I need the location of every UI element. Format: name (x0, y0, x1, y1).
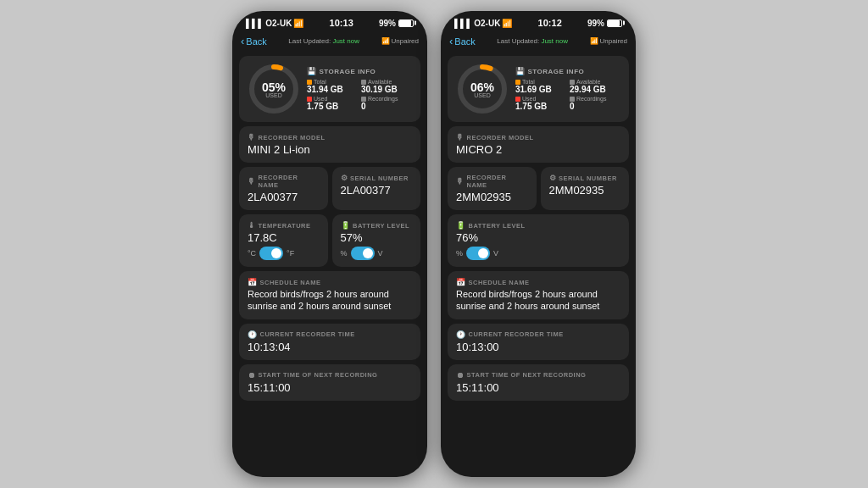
gear-icon-serial-1 (341, 174, 348, 182)
chevron-left-icon-1: ‹ (241, 35, 244, 47)
next-recording-card-2: START TIME OF NEXT RECORDING 15:11:00 (448, 364, 629, 401)
mic-icon-name-2 (456, 177, 465, 186)
last-updated-1: Last Updated: Just now (288, 37, 359, 45)
battery-card-1: BATTERY LEVEL 57% % V (332, 214, 421, 267)
mic-icon-1 (248, 133, 256, 141)
schedule-value-1: Record birds/frogs 2 hours around sunris… (248, 288, 412, 313)
recorder-model-value-1: MINI 2 Li-ion (248, 143, 412, 156)
content-1: 05% USED STORAGE INFO Total 31.94 GB (232, 53, 427, 477)
temp-toggle-1[interactable] (259, 247, 283, 260)
serial-number-card-1: SERIAL NUMBER 2LA00377 (332, 167, 421, 210)
battery-value-2: 76% (456, 231, 620, 244)
total-storage-1: Total 31.94 GB (307, 79, 358, 94)
unpaired-2: Unpaired (590, 37, 627, 45)
storage-card-2: 06% USED STORAGE INFO Total 31.69 GB (448, 56, 629, 122)
name-serial-row-2: RECORDER NAME 2MM02935 SERIAL NUMBER 2MM… (448, 167, 629, 210)
next-recording-card-1: START TIME OF NEXT RECORDING 15:11:00 (239, 364, 420, 401)
recorder-model-card-2: RECORDER MODEL MICRO 2 (448, 126, 629, 163)
storage-info-2: STORAGE INFO Total 31.69 GB Available 29… (515, 67, 620, 111)
storage-grid-1: Total 31.94 GB Available 30.19 GB Used 1… (307, 79, 412, 111)
recorder-name-value-1: 2LA00377 (248, 191, 320, 203)
rec-icon-1 (248, 371, 256, 380)
battery-value-1: 57% (341, 231, 413, 244)
status-bar-2: ▌▌▌ O2-UK 📶 10:12 99% (441, 11, 636, 31)
storage-title-2: STORAGE INFO (515, 67, 620, 75)
mic-icon-name-1 (248, 177, 256, 186)
temp-toggle-row-1: °C °F (248, 247, 320, 260)
battery-toggle-2[interactable] (466, 247, 490, 260)
next-recording-value-2: 15:11:00 (456, 381, 620, 394)
unpaired-icon-2 (590, 37, 598, 45)
used-storage-2: Used 1.75 GB (515, 96, 566, 111)
battery-icon-1 (398, 19, 414, 27)
content-2: 06% USED STORAGE INFO Total 31.69 GB (441, 53, 636, 477)
current-time-card-1: CURRENT RECORDER TIME 10:13:04 (239, 324, 420, 360)
clock-icon-2 (456, 330, 466, 339)
phone-1: ▌▌▌ O2-UK 📶 10:13 99% ‹ Back Last Update… (232, 11, 427, 477)
recordings-storage-2: Recordings 0 (570, 96, 620, 111)
schedule-card-1: SCHEDULE NAME Record birds/frogs 2 hours… (239, 271, 420, 319)
time-1: 10:13 (330, 18, 353, 28)
storage-donut-2: 06% USED (456, 63, 509, 115)
serial-number-value-1: 2LA00377 (341, 184, 413, 197)
gear-icon-serial-2 (549, 174, 557, 182)
current-time-card-2: CURRENT RECORDER TIME 10:13:00 (448, 324, 629, 360)
available-storage-2: Available 29.94 GB (570, 79, 620, 94)
storage-title-1: STORAGE INFO (307, 67, 412, 75)
next-recording-value-1: 15:11:00 (248, 381, 412, 394)
carrier-2: ▌▌▌ O2-UK 📶 (454, 19, 512, 28)
current-time-value-1: 10:13:04 (248, 341, 412, 353)
recorder-model-value-2: MICRO 2 (456, 143, 620, 156)
nav-bar-1: ‹ Back Last Updated: Just now Unpaired (232, 31, 427, 53)
back-button-2[interactable]: ‹ Back (449, 35, 476, 47)
temperature-card-1: TEMPERATURE 17.8C °C °F (239, 214, 328, 267)
temp-battery-row-1: TEMPERATURE 17.8C °C °F BATTERY LEVEL 57… (239, 214, 420, 267)
schedule-card-2: SCHEDULE NAME Record birds/frogs 2 hours… (448, 271, 629, 319)
recorder-name-card-1: RECORDER NAME 2LA00377 (239, 167, 328, 210)
storage-info-1: STORAGE INFO Total 31.94 GB Available 30… (307, 67, 412, 111)
battery-toggle-row-1: % V (341, 247, 413, 260)
storage-grid-2: Total 31.69 GB Available 29.94 GB Used 1… (515, 79, 620, 111)
schedule-value-2: Record birds/frogs 2 hours around sunris… (456, 288, 620, 313)
nav-bar-2: ‹ Back Last Updated: Just now Unpaired (441, 31, 636, 53)
current-time-value-2: 10:13:00 (456, 341, 620, 353)
mic-icon-2 (456, 133, 465, 141)
battery-toggle-1[interactable] (351, 247, 375, 260)
available-storage-1: Available 30.19 GB (361, 79, 412, 94)
temperature-value-1: 17.8C (248, 231, 320, 244)
used-storage-1: Used 1.75 GB (307, 96, 358, 111)
battery-icon-card-2 (456, 221, 466, 230)
unpaired-icon-1 (381, 37, 390, 45)
battery-status-1: 99% (379, 19, 414, 28)
chevron-left-icon-2: ‹ (449, 35, 453, 47)
rec-icon-2 (456, 371, 465, 380)
carrier-1: ▌▌▌ O2-UK 📶 (246, 19, 303, 28)
battery-status-2: 99% (587, 19, 622, 28)
thermometer-icon-1 (248, 221, 256, 230)
calendar-icon-2 (456, 278, 466, 286)
serial-number-value-2: 2MM02935 (549, 184, 621, 197)
clock-icon-1 (248, 330, 258, 339)
storage-card-1: 05% USED STORAGE INFO Total 31.94 GB (239, 56, 420, 122)
back-button-1[interactable]: ‹ Back (241, 35, 267, 47)
recorder-name-card-2: RECORDER NAME 2MM02935 (448, 167, 537, 210)
recorder-model-card-1: RECORDER MODEL MINI 2 Li-ion (239, 126, 420, 163)
battery-icon-card-1 (341, 221, 351, 230)
calendar-icon-1 (248, 278, 258, 286)
name-serial-row-1: RECORDER NAME 2LA00377 SERIAL NUMBER 2LA… (239, 167, 420, 210)
recorder-name-value-2: 2MM02935 (456, 191, 528, 203)
battery-card-2: BATTERY LEVEL 76% % V (448, 214, 629, 267)
phone-2: ▌▌▌ O2-UK 📶 10:12 99% ‹ Back Last Update… (441, 11, 636, 477)
storage-icon-2 (515, 67, 526, 75)
time-2: 10:12 (538, 18, 562, 28)
battery-icon-2 (607, 19, 622, 27)
status-bar-1: ▌▌▌ O2-UK 📶 10:13 99% (232, 11, 427, 31)
last-updated-2: Last Updated: Just now (497, 37, 568, 45)
total-storage-2: Total 31.69 GB (515, 79, 566, 94)
storage-donut-1: 05% USED (248, 63, 300, 115)
recordings-storage-1: Recordings 0 (361, 96, 412, 111)
battery-toggle-row-2: % V (456, 247, 620, 260)
serial-number-card-2: SERIAL NUMBER 2MM02935 (541, 167, 630, 210)
storage-icon-1 (307, 67, 317, 75)
unpaired-1: Unpaired (381, 37, 419, 45)
